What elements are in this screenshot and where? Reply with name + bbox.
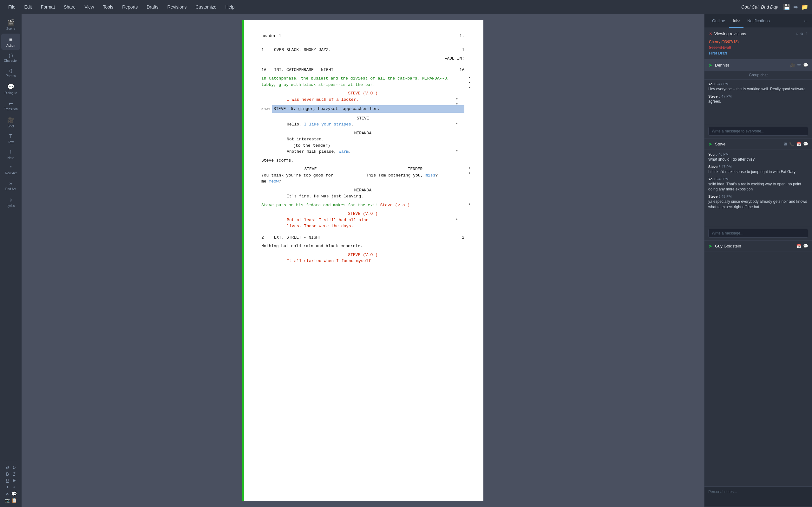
group-chat-label[interactable]: Group chat: [705, 71, 812, 79]
sidebar-label-new-act: New Act: [5, 171, 17, 175]
msg-time-2: 5:47 PM: [718, 95, 731, 98]
steve-contact-actions: 🖥 📞 📅 💬: [783, 142, 808, 147]
note-action-icon[interactable]: ✎: [268, 107, 270, 112]
close-revisions-button[interactable]: ✕: [709, 32, 712, 36]
sender-name-you-2: You: [708, 153, 715, 156]
guy-contact-name: Guy Goldstein: [715, 244, 796, 248]
viewing-revisions: ✕ Viewing revisions ○ ⊙ ↑ Cherry (03/07/…: [705, 28, 812, 60]
edit-action-icon[interactable]: ↺: [261, 107, 264, 112]
sidebar-item-lyrics[interactable]: ♪ Lyrics: [1, 194, 20, 210]
dennis-contact-actions: 🎥 👁 💬: [790, 63, 808, 67]
msg-steve-1: Steve 5:47 PM agreed.: [708, 95, 808, 104]
header-title: header 1: [261, 33, 281, 39]
tab-outline[interactable]: Outline: [708, 14, 729, 28]
menu-reports[interactable]: Reports: [118, 0, 142, 14]
script-area[interactable]: header 1 1. 1 OVER BLACK: SMOKY JAZZ. 1 …: [21, 14, 704, 507]
msg-time-6: 5:48 PM: [718, 194, 731, 199]
menu-drafts[interactable]: Drafts: [142, 0, 163, 14]
panel-close-button[interactable]: ←: [803, 18, 808, 24]
sidebar-item-action[interactable]: ≡ Action: [1, 34, 20, 50]
sidebar-item-new-act[interactable]: " New Act: [1, 163, 20, 177]
revision-next-icon[interactable]: ⊙: [800, 31, 803, 37]
comment-icon[interactable]: 💬: [11, 491, 17, 497]
miranda-dialogue-3: It's fine. He was just leaving.: [287, 193, 439, 200]
msg-time-5: 5:48 PM: [716, 177, 728, 181]
personal-notes-input[interactable]: [705, 487, 812, 506]
revision-prev-icon[interactable]: ○: [796, 31, 798, 37]
scene-1-text: OVER BLACK: SMOKY JAZZ.: [274, 47, 455, 53]
tab-notifications[interactable]: Notifications: [744, 14, 774, 28]
contact-guy[interactable]: ➤ Guy Goldstein 📅 💬: [705, 240, 812, 252]
scene-2-heading: 2 EXT. STREET - NIGHT 2: [261, 234, 464, 241]
viewing-revisions-title: ✕ Viewing revisions: [709, 32, 746, 36]
dialogue-icon: 💬: [7, 83, 14, 90]
menu-share[interactable]: Share: [59, 0, 80, 14]
sender-name-you-3: You: [708, 177, 715, 181]
folder-icon[interactable]: 📁: [801, 3, 808, 10]
upload-icon[interactable]: ⬆: [5, 485, 10, 490]
menu-file[interactable]: File: [4, 0, 20, 14]
camera-icon[interactable]: 📷: [5, 498, 10, 503]
right-tabs: Outline Info Notifications ←: [705, 14, 812, 28]
sidebar-item-parens[interactable]: () Parens: [1, 66, 20, 80]
sidebar-item-dialogue[interactable]: 💬 Dialogue: [1, 81, 20, 97]
menu-revisions[interactable]: Revisions: [163, 0, 191, 14]
steve-desktop-icon[interactable]: 🖥: [783, 142, 787, 147]
save-icon[interactable]: 💾: [783, 3, 790, 10]
sender-name-steve-2: Steve: [708, 165, 717, 169]
close-icon[interactable]: ✖: [5, 491, 10, 497]
msg-you-3: You 5:48 PM solid idea. That's a really …: [708, 177, 808, 192]
dennis-chat-icon[interactable]: 💬: [803, 63, 808, 67]
steve-action-line: ↺ 🏷 ✎ STEVE--5, ginger, heavyset--approa…: [261, 105, 464, 113]
download-icon[interactable]: ⬇: [11, 485, 17, 490]
tag-icon[interactable]: 🏷: [264, 107, 268, 112]
guy-contact-icon: ➤: [708, 243, 712, 249]
bold-icon[interactable]: B: [5, 472, 10, 477]
steve-calendar-icon[interactable]: 📅: [796, 142, 801, 147]
tab-info[interactable]: Info: [729, 14, 744, 28]
revision-up-icon[interactable]: ↑: [805, 31, 808, 37]
underline-icon[interactable]: U: [5, 478, 10, 483]
italic-icon[interactable]: I: [11, 472, 17, 477]
steve-chat-input[interactable]: [708, 229, 808, 238]
fade-in-text: FADE IN:: [445, 56, 464, 61]
sidebar-item-text[interactable]: T Text: [1, 131, 20, 147]
inline-blue-2: warm: [339, 149, 349, 154]
guy-calendar-icon[interactable]: 📅: [796, 244, 801, 248]
redo-icon[interactable]: ↻: [11, 464, 17, 470]
sidebar-item-note[interactable]: ! Note: [1, 147, 20, 162]
guy-chat-icon[interactable]: 💬: [803, 244, 808, 248]
revision-cherry[interactable]: Cherry (03/07/18): [709, 39, 808, 45]
msg-time-1: 5:47 PM: [716, 82, 728, 86]
clipboard-icon[interactable]: 📋: [11, 498, 17, 503]
steve-chat-icon[interactable]: 💬: [803, 142, 808, 147]
menu-edit[interactable]: Edit: [20, 0, 37, 14]
menu-customize[interactable]: Customize: [191, 0, 221, 14]
dennis-chat-input[interactable]: [708, 127, 808, 135]
dennis-video-icon[interactable]: 🎥: [790, 63, 795, 67]
steve-chat-input-area: [705, 226, 812, 240]
menu-tools[interactable]: Tools: [98, 0, 118, 14]
menu-view[interactable]: View: [80, 0, 98, 14]
sidebar-item-end-act[interactable]: » End Act: [1, 178, 20, 193]
contact-dennis[interactable]: ➤ Dennis! 🎥 👁 💬: [705, 60, 812, 71]
strikethrough-icon[interactable]: S: [11, 478, 17, 483]
text-icon: T: [9, 134, 12, 139]
undo-icon[interactable]: ↺: [5, 464, 10, 470]
miranda-paren-1: (to the tender): [293, 143, 433, 149]
contact-steve[interactable]: ➤ Steve 🖥 📞 📅 💬: [705, 138, 812, 150]
sidebar-item-scene[interactable]: 🎬 Scene: [1, 16, 20, 33]
sidebar-item-transition[interactable]: ⇌ Transition: [1, 98, 20, 113]
steve-phone-icon[interactable]: 📞: [789, 142, 794, 147]
dennis-eye-icon[interactable]: 👁: [797, 63, 801, 67]
revision-first-draft[interactable]: First Draft: [709, 50, 808, 56]
share-icon[interactable]: ➡: [793, 3, 798, 10]
sidebar-item-character[interactable]: ( ) Character: [1, 50, 20, 65]
menu-help[interactable]: Help: [221, 0, 239, 14]
sidebar-item-shot[interactable]: 🎥 Shot: [1, 114, 20, 130]
menu-format[interactable]: Format: [37, 0, 59, 14]
revision-second-draft[interactable]: Second Draft: [709, 45, 808, 50]
steve-scoffs: Steve scoffs.: [261, 158, 464, 164]
script-page: header 1 1. 1 OVER BLACK: SMOKY JAZZ. 1 …: [242, 20, 484, 501]
miranda-char-name-1: MIRANDA: [261, 130, 464, 136]
